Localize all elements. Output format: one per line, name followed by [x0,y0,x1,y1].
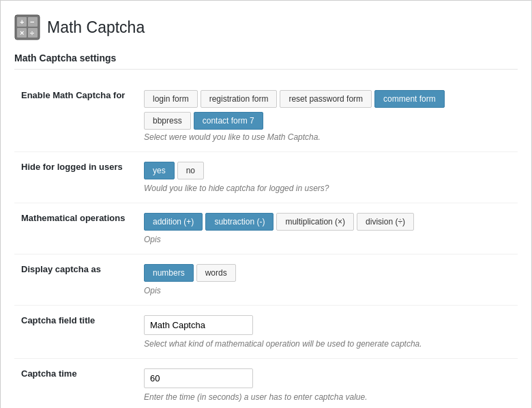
row-captcha-title: Captcha field title Select what kind of … [14,306,518,359]
btn-bbpress[interactable]: bbpress [144,112,191,130]
btn-contact-form-7[interactable]: contact form 7 [194,112,263,130]
btn-multiplication[interactable]: multiplication (×) [276,213,354,231]
btn-group-row1: login form registration form reset passw… [144,90,511,108]
btn-group-row2: bbpress contact form 7 [144,112,511,130]
plugin-header: + − × ÷ Math Captcha [14,14,518,40]
page-wrap: + − × ÷ Math Captcha Math Captcha settin… [0,0,532,408]
svg-text:÷: ÷ [30,29,34,37]
help-enable-for: Select were would you like to use Math C… [144,132,511,142]
svg-text:−: − [30,18,34,26]
btn-addition[interactable]: addition (+) [144,213,203,231]
svg-text:+: + [20,18,24,26]
btn-group-operations: addition (+) subtraction (-) multiplicat… [144,213,511,231]
btn-numbers[interactable]: numbers [144,264,194,282]
captcha-title-input[interactable] [144,315,253,335]
help-math-operations: Opis [144,235,511,244]
label-captcha-title: Captcha field title [14,306,137,359]
page-title: Math Captcha [47,18,145,37]
settings-table: Enable Math Captcha for login form regis… [14,81,518,408]
help-captcha-title: Select what kind of mathematical operati… [144,339,511,349]
control-display-as: numbers words Opis [137,254,518,306]
btn-words[interactable]: words [196,264,236,282]
row-display-as: Display captcha as numbers words Opis [14,254,518,306]
btn-yes[interactable]: yes [144,162,175,179]
label-enable-for: Enable Math Captcha for [14,81,137,152]
row-hide-logged-in: Hide for logged in users yes no Would yo… [14,152,518,203]
control-captcha-title: Select what kind of mathematical operati… [137,306,518,359]
control-captcha-time: Enter the time (in seconds) a user has t… [137,359,518,409]
section-title: Math Captcha settings [14,53,518,70]
row-enable-for: Enable Math Captcha for login form regis… [14,81,518,152]
help-hide-logged-in: Would you like to hide captcha for logge… [144,184,511,193]
math-captcha-icon: + − × ÷ [14,14,40,40]
control-hide-logged-in: yes no Would you like to hide captcha fo… [137,152,518,203]
label-display-as: Display captcha as [14,254,137,306]
btn-comment-form[interactable]: comment form [374,90,445,108]
svg-text:×: × [20,29,24,37]
btn-no[interactable]: no [177,162,204,179]
btn-login-form[interactable]: login form [144,90,198,108]
btn-group-display: numbers words [144,264,511,282]
label-hide-logged-in: Hide for logged in users [14,152,137,203]
row-math-operations: Mathematical operations addition (+) sub… [14,203,518,254]
label-math-operations: Mathematical operations [14,203,137,254]
btn-group-hide: yes no [144,162,511,179]
btn-reset-password-form[interactable]: reset password form [280,90,372,108]
btn-registration-form[interactable]: registration form [201,90,278,108]
captcha-time-input[interactable] [144,368,253,388]
help-display-as: Opis [144,286,511,295]
control-math-operations: addition (+) subtraction (-) multiplicat… [137,203,518,254]
label-captcha-time: Captcha time [14,359,137,409]
btn-division[interactable]: division (÷) [357,213,414,231]
row-captcha-time: Captcha time Enter the time (in seconds)… [14,359,518,409]
control-enable-for: login form registration form reset passw… [137,81,518,152]
btn-subtraction[interactable]: subtraction (-) [205,213,274,231]
help-captcha-time: Enter the time (in seconds) a user has t… [144,392,511,402]
